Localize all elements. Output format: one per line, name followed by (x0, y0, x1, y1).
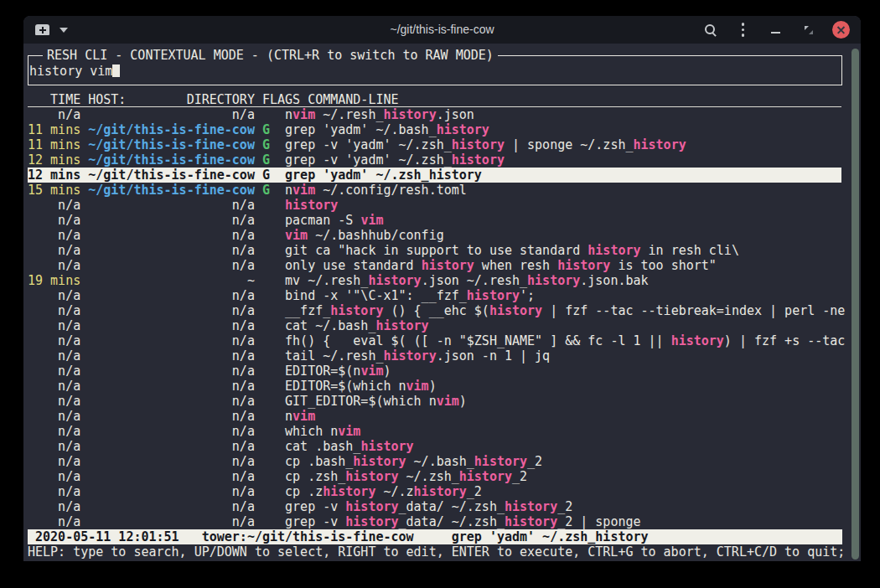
menu-button[interactable] (727, 16, 759, 44)
command-text: .json ~/.resh_ (422, 273, 527, 288)
row-time: 12 mins (28, 152, 80, 168)
search-button[interactable] (694, 16, 727, 44)
scrollbar-thumb[interactable] (852, 49, 859, 560)
history-row[interactable]: n/a n/a fh() { eval $( ([ -n "$ZSH_NAME"… (28, 333, 841, 348)
command-text: cat ~/.bash_ (285, 318, 375, 333)
titlebar-right-controls (694, 16, 857, 44)
history-row[interactable]: n/a n/a cp .bash_history ~/.bash_history… (28, 454, 841, 469)
history-row[interactable]: 12 mins ~/git/this-is-fine-cow G grep 'y… (28, 168, 841, 183)
command-text: _2 (467, 484, 482, 499)
history-row[interactable]: n/a n/a only use standard history when r… (28, 258, 841, 273)
history-row[interactable]: n/a n/a grep -v history_data/ ~/.zsh_his… (28, 499, 841, 514)
history-row[interactable]: n/a n/a EDITOR=$(which nvim) (28, 379, 841, 394)
history-row[interactable]: 11 mins ~/git/this-is-fine-cow G grep 'y… (28, 122, 841, 137)
command-match-text: history (414, 484, 467, 499)
command-text: only use standard (285, 258, 422, 273)
row-time: 12 mins (28, 168, 80, 183)
row-flag (262, 409, 270, 424)
history-row[interactable]: n/a n/a grep -v history_data/ ~/.zsh_his… (28, 514, 841, 529)
command-match-text: vim (360, 364, 383, 379)
row-host-directory: n/a (88, 484, 255, 499)
row-flag (262, 258, 270, 273)
command-text: ~/.config/resh.toml (315, 183, 467, 198)
status-command: grep 'yadm' ~/.zsh_history (414, 529, 649, 544)
status-timestamp: 2020-05-11 12:01:51 (28, 529, 179, 544)
command-text: pacman -S (285, 213, 360, 228)
history-row[interactable]: n/a n/a vim ~/.bashhub/config (28, 228, 841, 243)
command-text: ~/.zsh_ (399, 469, 459, 484)
history-row[interactable]: n/a n/a __fzf_history () { __ehc $(histo… (28, 303, 841, 318)
history-row[interactable]: n/a n/a cp .zsh_history ~/.zsh_history_2 (28, 469, 841, 484)
command-match-text: history (345, 514, 398, 529)
titlebar: ~/git/this-is-fine-cow (23, 16, 861, 44)
history-row[interactable]: 19 mins ~ mv ~/.resh_history.json ~/.res… (28, 273, 841, 288)
history-row[interactable]: n/a n/a cat .bash_history (28, 439, 841, 454)
row-time: n/a (28, 364, 80, 379)
command-text: which n (285, 424, 338, 439)
command-match-text: history (323, 484, 375, 499)
row-flag (262, 213, 270, 228)
command-match-text: history (452, 137, 505, 152)
row-host-directory: n/a (88, 394, 255, 409)
command-text: grep -v 'yadm' ~/.zsh_ (285, 152, 452, 168)
restore-button[interactable] (792, 16, 825, 44)
history-row[interactable]: n/a n/a GIT_EDITOR=$(which nvim) (28, 394, 841, 409)
command-text: EDITOR=$(which n (285, 379, 406, 394)
command-text: ) (459, 394, 467, 409)
history-row[interactable]: n/a n/a tail ~/.resh_history.json -n 1 |… (28, 348, 841, 364)
row-host-directory: ~/git/this-is-fine-cow (88, 168, 255, 183)
search-query-text: history vim (29, 64, 112, 79)
row-time: n/a (28, 228, 80, 243)
row-flag (262, 394, 270, 409)
command-text: tail ~/.resh_ (285, 348, 383, 364)
minimize-button[interactable] (759, 16, 792, 44)
command-text: mv ~/.resh_ (285, 273, 368, 288)
history-row[interactable]: n/a n/a cp .zhistory ~/.zhistory_2 (28, 484, 841, 499)
command-text: ~/.z (375, 484, 413, 499)
row-time: n/a (28, 514, 80, 529)
command-text: cat .bash_ (285, 439, 360, 454)
row-time: n/a (28, 409, 80, 424)
command-text: grep 'yadm' ~/.bash_ (285, 122, 437, 137)
command-match-text: history (527, 273, 580, 288)
row-host-directory: ~/git/this-is-fine-cow (88, 152, 255, 168)
history-row[interactable]: n/a n/a cat ~/.bash_history (28, 318, 841, 333)
command-match-text: history (634, 137, 686, 152)
command-match-text: history (671, 333, 724, 348)
row-host-directory: n/a (88, 348, 255, 364)
command-text: ) | fzf +s --tac (724, 333, 846, 348)
history-row[interactable]: n/a n/a nvim (28, 409, 841, 424)
history-row[interactable]: n/a n/a which nvim (28, 424, 841, 439)
command-match-text: history (557, 258, 610, 273)
command-match-text: history (474, 454, 527, 469)
command-match-text: vim (437, 394, 459, 409)
command-match-text: history (437, 122, 489, 137)
search-input[interactable]: history vim (29, 64, 120, 79)
row-time: n/a (28, 303, 80, 318)
row-time: n/a (28, 348, 80, 364)
row-host-directory: n/a (88, 514, 255, 529)
column-header: TIME HOST: DIRECTORY FLAGS COMMAND-LINE (28, 92, 841, 107)
history-row[interactable]: 11 mins ~/git/this-is-fine-cow G grep -v… (28, 137, 841, 152)
history-row[interactable]: n/a n/a bind -x '"\C-x1": __fzf_history'… (28, 288, 841, 303)
row-host-directory: n/a (88, 364, 255, 379)
row-time: 19 mins (28, 273, 80, 288)
history-row[interactable]: n/a n/a nvim ~/.resh_history.json (28, 107, 841, 122)
history-row[interactable]: n/a n/a EDITOR=$(nvim) (28, 364, 841, 379)
command-text: _2 (557, 499, 572, 514)
command-text: n (285, 107, 292, 122)
row-host-directory: n/a (88, 198, 255, 213)
close-button[interactable] (825, 16, 857, 44)
history-row[interactable]: n/a n/a pacman -S vim (28, 213, 841, 228)
history-row[interactable]: 12 mins ~/git/this-is-fine-cow G grep -v… (28, 152, 841, 168)
history-row[interactable]: n/a n/a git ca "hack in support to use s… (28, 243, 841, 258)
command-match-text: history (285, 198, 338, 213)
history-row[interactable]: n/a n/a history (28, 198, 841, 213)
row-host-directory: n/a (88, 333, 255, 348)
row-time: n/a (28, 107, 80, 122)
row-time: n/a (28, 288, 80, 303)
command-text: fh() { eval $( ([ -n "$ZSH_NAME" ] && fc… (285, 333, 671, 348)
row-flag (262, 514, 270, 529)
history-row[interactable]: 15 mins ~/git/this-is-fine-cow G nvim ~/… (28, 183, 841, 198)
command-text: _2 (527, 454, 542, 469)
